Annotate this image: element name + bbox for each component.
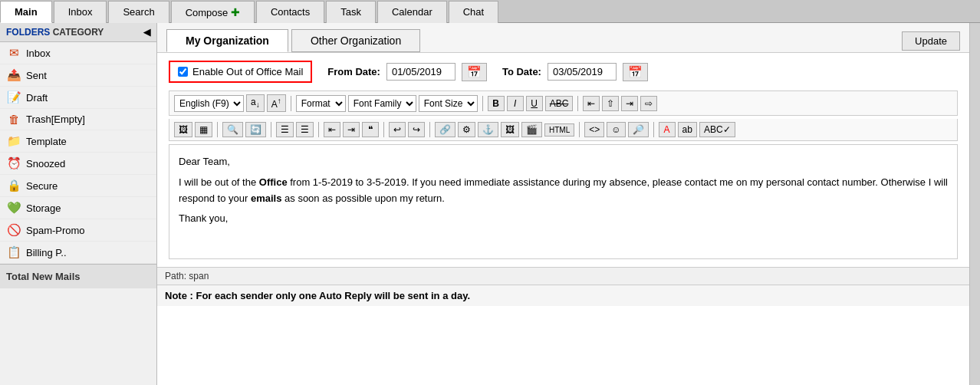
tab-main[interactable]: Main (0, 1, 52, 23)
align-right-button[interactable]: ⇥ (621, 96, 638, 111)
sidebar-item-label: Snoozed (26, 158, 65, 169)
html-button[interactable]: HTML (544, 123, 574, 137)
sidebar-item-billing[interactable]: 📋 Billing P.. (0, 242, 156, 264)
to-date-calendar-button[interactable]: 📅 (623, 63, 648, 81)
sidebar-item-label: Storage (26, 202, 61, 214)
tab-compose[interactable]: Compose ✚ (171, 1, 255, 23)
strikethrough-button[interactable]: ABC (545, 96, 574, 111)
format-select[interactable]: Format (296, 95, 346, 112)
editor-closing: Thank you, (179, 211, 948, 227)
from-date-input[interactable] (386, 63, 455, 81)
category-label: CATEGORY (53, 27, 104, 38)
sep4 (217, 122, 218, 137)
sep9 (579, 122, 580, 137)
to-date-group: To Date: 📅 (502, 63, 648, 81)
sep8 (429, 122, 430, 137)
sub-tabs: My Organization Other Organization Updat… (157, 23, 969, 53)
undo-button[interactable]: ↩ (389, 122, 406, 137)
insert-image-button[interactable]: 🖼 (174, 122, 192, 137)
from-date-calendar-button[interactable]: 📅 (462, 63, 487, 81)
sidebar-header: FOLDERS CATEGORY ◀ (0, 23, 156, 42)
insert-table-button[interactable]: ▦ (195, 122, 212, 137)
underline-button[interactable]: U (526, 96, 543, 111)
font-size-select[interactable]: Font Size (419, 95, 478, 112)
top-nav: Main Inbox Search Compose ✚ Contacts Tas… (0, 0, 980, 23)
font-family-select[interactable]: Font Family (348, 95, 416, 112)
sidebar-item-label: Spam-Promo (26, 225, 85, 236)
font-decrease-button[interactable]: a↓ (246, 94, 265, 111)
sidebar-item-sent[interactable]: 📤 Sent (0, 64, 156, 87)
media-button[interactable]: 🎬 (521, 122, 542, 137)
sidebar-item-draft[interactable]: 📝 Draft (0, 87, 156, 109)
sep7 (383, 122, 384, 137)
align-center-button[interactable]: ⇧ (602, 96, 619, 111)
toolbar-row2: 🖼 ▦ 🔍 🔄 ☰ ☰ ⇤ ⇥ ❝ ↩ ↪ 🔗 ⚙ ⚓ 🖼 (169, 119, 958, 141)
form-area: Enable Out of Office Mail From Date: 📅 T… (157, 53, 969, 267)
sidebar-item-storage[interactable]: 💚 Storage (0, 197, 156, 219)
outdent-button[interactable]: ⇤ (324, 122, 340, 137)
font-color-button[interactable]: A (659, 122, 676, 137)
sidebar-item-label: Template (26, 136, 67, 147)
blockquote-button[interactable]: ❝ (362, 122, 379, 137)
sidebar: FOLDERS CATEGORY ◀ ✉ Inbox 📤 Sent 📝 Draf… (0, 23, 157, 385)
align-left-button[interactable]: ⇤ (583, 96, 600, 111)
tab-calendar[interactable]: Calendar (377, 1, 447, 23)
insert-image2-button[interactable]: 🖼 (501, 122, 519, 137)
italic-button[interactable]: I (507, 96, 524, 111)
tab-chat[interactable]: Chat (449, 1, 498, 23)
zoom-button[interactable]: 🔎 (628, 122, 649, 137)
subtab-my-organization[interactable]: My Organization (166, 29, 288, 52)
find-button[interactable]: 🔍 (222, 122, 243, 137)
sidebar-item-snoozed[interactable]: ⏰ Snoozed (0, 153, 156, 175)
tab-search[interactable]: Search (108, 1, 169, 23)
template-icon: 📁 (6, 134, 21, 148)
emoticon-button[interactable]: ☺ (607, 122, 625, 137)
note-bar: Note : For each sender only one Auto Rep… (157, 285, 969, 306)
insert-link-button[interactable]: 🔗 (435, 122, 455, 137)
align-justify-button[interactable]: ⇨ (640, 96, 657, 111)
replace-button[interactable]: 🔄 (245, 122, 266, 137)
storage-icon: 💚 (6, 201, 21, 215)
sidebar-item-secure[interactable]: 🔒 Secure (0, 175, 156, 197)
ordered-list-button[interactable]: ☰ (296, 122, 314, 137)
language-select[interactable]: English (F9) (174, 95, 244, 112)
billing-icon: 📋 (6, 245, 21, 259)
indent-button[interactable]: ⇥ (343, 122, 360, 137)
enable-out-of-office-checkbox[interactable] (178, 67, 188, 77)
sidebar-item-template[interactable]: 📁 Template (0, 130, 156, 153)
tab-inbox[interactable]: Inbox (54, 1, 107, 23)
anchor-button[interactable]: ⚓ (478, 122, 498, 137)
secure-icon: 🔒 (6, 179, 21, 192)
sidebar-item-label: Secure (26, 180, 58, 192)
main-content: My Organization Other Organization Updat… (157, 23, 969, 385)
sep10 (653, 122, 654, 137)
sep2 (482, 96, 483, 111)
path-bar: Path: span (157, 267, 969, 285)
sidebar-item-label: Sent (26, 70, 47, 81)
subtab-other-organization[interactable]: Other Organization (291, 29, 420, 52)
sidebar-collapse-icon[interactable]: ◀ (143, 27, 150, 38)
sep5 (271, 122, 271, 137)
folders-label: FOLDERS (6, 27, 50, 38)
tab-task[interactable]: Task (326, 1, 376, 23)
sidebar-footer: Total New Mails (0, 264, 156, 288)
font-increase-button[interactable]: A↑ (267, 94, 286, 112)
tab-contacts[interactable]: Contacts (256, 1, 324, 23)
scrollbar[interactable] (969, 23, 980, 385)
to-date-input[interactable] (548, 63, 617, 81)
sidebar-item-label: Inbox (26, 48, 51, 59)
update-button[interactable]: Update (902, 31, 960, 51)
unlink-button[interactable]: ⚙ (458, 122, 475, 137)
inbox-icon: ✉ (6, 46, 21, 60)
unordered-list-button[interactable]: ☰ (276, 122, 294, 137)
highlight-color-button[interactable]: ab (678, 122, 697, 137)
spellcheck-button[interactable]: ABC✓ (699, 122, 735, 137)
redo-button[interactable]: ↪ (408, 122, 425, 137)
bold-button[interactable]: B (488, 96, 505, 111)
code-button[interactable]: <> (584, 122, 604, 137)
sidebar-item-spam[interactable]: 🚫 Spam-Promo (0, 219, 156, 242)
editor-area[interactable]: Dear Team, I will be out of the Office f… (169, 144, 958, 259)
sidebar-item-inbox[interactable]: ✉ Inbox (0, 42, 156, 64)
spam-icon: 🚫 (6, 223, 21, 237)
sidebar-item-trash[interactable]: 🗑 Trash[Empty] (0, 109, 156, 130)
